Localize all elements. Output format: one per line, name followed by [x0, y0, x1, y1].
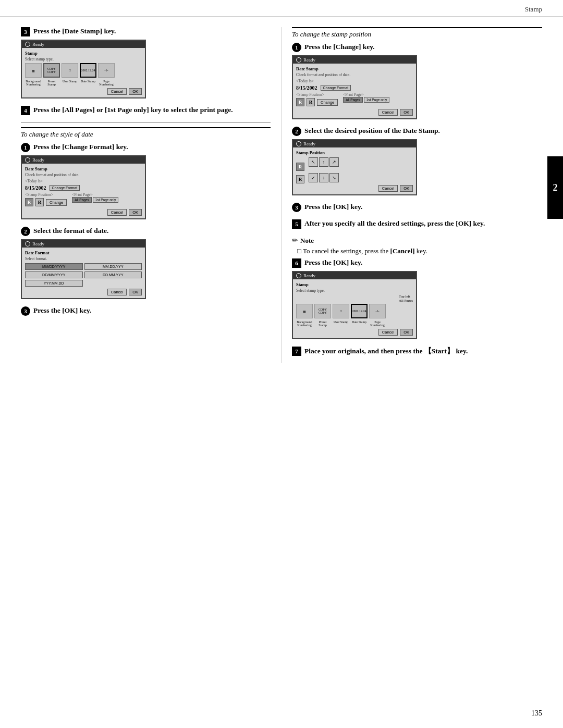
screen-6-body: Stamp Select stamp type. Top leftAll Pag…	[293, 279, 416, 338]
sidebar-number: 2	[553, 182, 558, 193]
step-5-text: After you specify all the desired settin…	[304, 219, 485, 228]
screen-3: Ready Date Format Select format. MM/DD/Y…	[21, 239, 146, 299]
label-user-6: User Stamp	[333, 320, 349, 327]
all-pages-btn-2[interactable]: All Pages	[72, 197, 91, 203]
step-4-number: 4	[21, 106, 30, 115]
label-date-6: Date Stamp	[351, 320, 368, 327]
1st-page-btn-2[interactable]: 1st Page only	[93, 197, 118, 203]
r-box-2-4[interactable]: R	[307, 98, 315, 106]
main-content: 3 Press the [Date Stamp] key. Ready Stam…	[0, 22, 563, 368]
step-6-number: 6	[292, 258, 301, 268]
change-format-btn-2[interactable]: Change Format	[50, 185, 80, 191]
date-stamp-icon[interactable]: 2002.12.24	[80, 63, 96, 78]
stamp-label-row-1: BackgroundNumbering PresetStamp User Sta…	[25, 80, 142, 86]
step-7-text: Place your originals, and then press the…	[304, 347, 468, 356]
screen-3-title-bar: Ready	[22, 240, 145, 248]
ready-icon-2	[25, 157, 30, 163]
label-preset-6: PresetStamp	[314, 320, 331, 327]
bg-numbering-icon-6[interactable]: ▦	[296, 304, 313, 318]
screen-3-ok-btn[interactable]: OK	[129, 289, 142, 295]
note-cancel-word: [Cancel]	[390, 247, 415, 255]
screen-5-title-bar: Ready	[293, 140, 416, 147]
step-a2-text: Select the format of date.	[33, 227, 108, 235]
screen-5-ok-btn[interactable]: OK	[400, 185, 413, 192]
1st-page-btn-4[interactable]: 1st Page only	[364, 97, 389, 103]
step-a2-heading: 2 Select the format of date.	[21, 227, 271, 236]
format-mmddy1[interactable]: MM/DD/YYYY	[25, 263, 83, 270]
step-a1-block: 1 Press the [Change Format] key. Ready D…	[21, 143, 271, 219]
user-stamp-icon[interactable]: □	[62, 63, 78, 78]
stamp-icons-row-6: ▦ COPYCOPY □ 2002.12.24 -1-	[296, 304, 413, 318]
screen-4-ok-btn[interactable]: OK	[400, 109, 413, 116]
all-pages-btn-4[interactable]: All Pages	[343, 97, 362, 103]
top-label-area: Top leftAll Pages	[296, 294, 413, 303]
step-b2-block: 2 Select the desired position of the Dat…	[292, 127, 542, 195]
note-key-word: key.	[417, 247, 427, 255]
change-format-btn-4[interactable]: Change Format	[321, 85, 351, 91]
screen-2-ok-btn[interactable]: OK	[129, 209, 142, 216]
arrow-botright[interactable]: ↘	[329, 173, 339, 182]
label-page: PageNumbering	[98, 80, 115, 86]
arrow-up[interactable]: ↑	[319, 157, 328, 167]
screen-6-cancel-btn[interactable]: Cancel	[378, 329, 398, 336]
screen-3-section: Date Format	[25, 250, 142, 255]
ready-icon-5	[296, 141, 301, 146]
screen-1-cancel-btn[interactable]: Cancel	[107, 88, 127, 95]
screen-6-btns: Cancel OK	[296, 329, 413, 336]
preset-stamp-icon[interactable]: COPYCOPY	[43, 63, 60, 78]
r-box-2-2[interactable]: R	[35, 198, 44, 206]
step-3-text: Press the [Date Stamp] key.	[33, 27, 116, 35]
step-a3-block: 3 Press the [OK] key.	[21, 306, 271, 316]
user-stamp-icon-6[interactable]: □	[333, 304, 349, 318]
screen-6-ok-btn[interactable]: OK	[400, 329, 413, 336]
step-a1-number: 1	[21, 143, 30, 152]
screen-3-btns: Cancel OK	[25, 289, 142, 295]
divider-1	[21, 122, 271, 123]
arrow-down[interactable]: ↓	[319, 173, 328, 182]
screen-2-body: Date Stamp Check format and position of …	[22, 164, 145, 218]
format-ddmm1[interactable]: DD/MM/YYYY	[25, 272, 83, 278]
page-numbering-icon[interactable]: -1-	[98, 63, 115, 78]
step-6-text: Press the [OK] key.	[304, 258, 363, 267]
page-numbering-icon-6[interactable]: -1-	[369, 304, 386, 318]
date-stamp-icon-6[interactable]: 2002.12.24	[351, 304, 368, 318]
step-4-heading: 4 Press the [All Pages] or [1st Page onl…	[21, 106, 271, 115]
note-icon: ✏	[292, 236, 298, 245]
step-3-heading: 3 Press the [Date Stamp] key.	[21, 27, 271, 36]
format-yyymm[interactable]: YYY.MM.DD	[25, 280, 83, 287]
screen-4-cancel-btn[interactable]: Cancel	[378, 109, 398, 116]
screen-1-subtitle: Select stamp type.	[25, 57, 142, 61]
arrow-topleft[interactable]: ↖	[309, 157, 318, 167]
step-a3-number: 3	[21, 306, 30, 316]
format-mmdd2[interactable]: MM.DD.YYY	[84, 263, 142, 270]
screen-3-body: Date Format Select format. MM/DD/YYYY MM…	[22, 248, 145, 298]
screen-2-section: Date Stamp	[25, 166, 142, 171]
change-btn-4[interactable]: Change	[317, 99, 338, 106]
step-4-text: Press the [All Pages] or [1st Page only]…	[33, 106, 233, 114]
screen-4-body: Date Stamp Check format and position of …	[293, 64, 416, 118]
screen-2-cancel-btn[interactable]: Cancel	[107, 209, 127, 216]
arrow-topright[interactable]: ↗	[329, 157, 339, 167]
preset-stamp-icon-6[interactable]: COPYCOPY	[314, 304, 331, 318]
screen-1-title: Ready	[32, 42, 44, 47]
stamp-label-row-6: BackgroundNumbering PresetStamp User Sta…	[296, 320, 413, 327]
screen-1-ok-btn[interactable]: OK	[129, 88, 142, 95]
step-3-number: 3	[21, 27, 30, 36]
screen-3-cancel-btn[interactable]: Cancel	[107, 289, 127, 295]
arrow-botleft[interactable]: ↙	[309, 173, 318, 182]
step-7-block: 7 Place your originals, and then press t…	[292, 347, 542, 356]
screen-4-btns: Cancel OK	[296, 109, 413, 116]
step-7-number: 7	[292, 347, 301, 356]
screen-1-title-bar: Ready	[22, 41, 145, 48]
screen-5-btns: Cancel OK	[296, 185, 413, 192]
format-ddmm2[interactable]: DD.MM.YYY	[84, 272, 142, 278]
note-text: □ To cancel the settings, press the [Can…	[297, 247, 542, 255]
bg-numbering-icon[interactable]: ▦	[25, 63, 42, 78]
change-btn-2[interactable]: Change	[46, 199, 67, 206]
r-box-1-2[interactable]: R	[25, 198, 33, 206]
r-box-1-4[interactable]: R	[296, 98, 304, 106]
screen-2-subtitle: Check format and position of date.	[25, 172, 142, 177]
screen-5-cancel-btn[interactable]: Cancel	[378, 185, 398, 192]
step-b3-heading: 3 Press the [OK] key.	[292, 203, 542, 212]
r-label-top: R	[296, 163, 304, 171]
